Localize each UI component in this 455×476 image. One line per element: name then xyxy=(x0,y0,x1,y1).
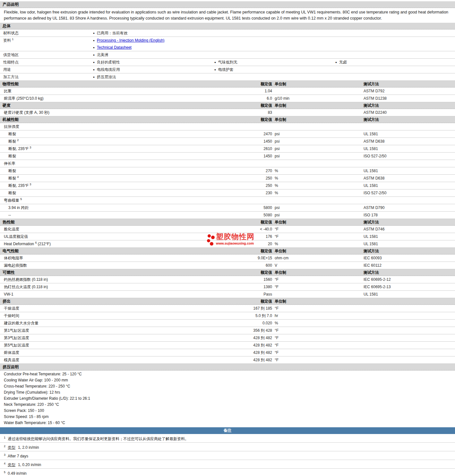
general-rows: 材料状态●已商用：当前有效资料 1●Processing - Injection… xyxy=(0,29,455,81)
note-superscript: 1 xyxy=(4,436,5,439)
row-label: 资料 1 xyxy=(0,37,90,51)
col-header-unit: 单位制 xyxy=(272,219,364,225)
property-method xyxy=(364,356,455,363)
property-label: 熔流率 (250°C/10.0 kg) xyxy=(0,95,234,102)
general-row: 材料状态●已商用：当前有效 xyxy=(0,29,455,37)
property-label: VW-1 xyxy=(0,291,234,298)
section-title: 电气性能 xyxy=(0,248,234,254)
property-label: 抗张强度 xyxy=(0,123,234,130)
superscript: 3 xyxy=(30,183,31,186)
section-header-extrusion-instructions: 挤压说明 xyxy=(0,364,455,371)
property-method: UL 1581 xyxy=(364,233,455,240)
property-row: 漏电起痕指数600VIEC 60112 xyxy=(0,262,455,269)
property-value: 1560 xyxy=(234,276,272,283)
property-value: 6.0 xyxy=(234,95,272,102)
note-row: 2类型1, 2.0 in/min xyxy=(0,443,455,451)
col-header-unit: 单位制 xyxy=(272,81,364,87)
bullet-icon: ● xyxy=(93,39,95,42)
bullet-text: 已商用：当前有效 xyxy=(97,31,128,35)
bullet-text: 无卤 xyxy=(339,60,347,64)
datasheet-link[interactable]: Processing - Injection Molding (English) xyxy=(97,38,165,43)
section-header: 电气性能额定值单位制测试方法 xyxy=(0,248,455,255)
property-label: 熔体温度 xyxy=(0,349,234,356)
property-method: ASTM D638 xyxy=(364,175,455,182)
property-label: -- xyxy=(0,212,234,219)
note-row: 50.49 in/min xyxy=(0,469,455,476)
property-method xyxy=(364,312,455,319)
property-row: 干燥温度167 到 185°F xyxy=(0,305,455,312)
col-header-value: 额定值 xyxy=(234,269,272,276)
section-title: 总体 xyxy=(0,23,234,29)
note-superscript: 2 xyxy=(4,445,5,448)
property-method xyxy=(364,349,455,356)
datasheet-link[interactable]: Technical Datasheet xyxy=(97,45,132,50)
property-method: ASTM D638 xyxy=(364,138,455,145)
property-row: 第3气缸区温度428 到 482°F xyxy=(0,334,455,342)
extrusion-note-line: Water Bath Temperature: 15 - 60 °C xyxy=(0,420,455,426)
property-row: 断裂230%ISO 527-2/50 xyxy=(0,189,455,197)
col-header-method: 测试方法 xyxy=(364,81,455,87)
section-header: 物理性能额定值单位制测试方法 xyxy=(0,81,455,88)
bullet-item: ●电缆护套 xyxy=(214,66,333,73)
property-method: UL 1581 xyxy=(364,240,455,247)
col-header-method: 测试方法 xyxy=(364,269,455,276)
extrusion-note-line: Conductor Pre-heat Temperature: 25 - 120… xyxy=(0,371,455,377)
bullet-item: ●良好的柔韧性 xyxy=(93,59,212,66)
col-header-value: 额定值 xyxy=(234,81,272,87)
property-label: 比重 xyxy=(0,88,234,95)
property-row: VW-1PassUL 1581 xyxy=(0,291,455,298)
general-row: 资料 1●Processing - Injection Molding (Eng… xyxy=(0,37,455,51)
property-label: 干燥时间 xyxy=(0,312,234,319)
bullet-item: ●电线电缆应用 xyxy=(93,66,212,73)
bullet-item: ●Technical Datasheet xyxy=(93,44,212,51)
property-method: ASTM D1238 xyxy=(364,95,455,102)
section-title: 可燃性 xyxy=(0,269,234,276)
note-row: 1通过这些链接您能够访问供应商资料。我们尽量保证及时更新资料；不过您可以从供应商… xyxy=(0,434,455,443)
note-link[interactable]: 类型 xyxy=(8,463,15,467)
bullet-cell: ●Processing - Injection Molding (English… xyxy=(90,37,212,51)
property-label: Heat Deformation 6 (212°F) xyxy=(0,240,234,247)
bullet-icon: ● xyxy=(93,32,95,35)
property-row: 灼热丝易燃指数 (0.118 in)1560°FIEC 60695-2-12 xyxy=(0,276,455,283)
col-header-value: 额定值 xyxy=(234,219,272,225)
col-header-method: 测试方法 xyxy=(364,219,455,225)
property-unit: °F xyxy=(272,276,364,283)
property-value: < -40.0 xyxy=(234,226,272,233)
product-description-text: Flexible, low odor, halogen free extrusi… xyxy=(0,8,455,23)
note-superscript: 5 xyxy=(4,471,5,474)
property-value: 9.0E+15 xyxy=(234,255,272,262)
bullet-icon: ● xyxy=(93,76,95,79)
superscript: 4 xyxy=(17,175,19,179)
property-method: ASTM D790 xyxy=(364,204,455,211)
property-method: UL 1581 xyxy=(364,182,455,189)
superscript: 6 xyxy=(35,241,37,244)
note-row: 3After 7 days xyxy=(0,451,455,460)
bullet-cell: ●电缆护套 xyxy=(212,66,333,73)
property-row: 建议的最大水分含量0.020% xyxy=(0,320,455,327)
property-method xyxy=(364,334,455,341)
property-value: 230 xyxy=(234,189,272,196)
extrusion-note-line: Drying Time (Cumulative): 12 hrs xyxy=(0,389,455,396)
property-row: 比重1.04ASTM D792 xyxy=(0,88,455,95)
section-title: 产品说明 xyxy=(0,1,234,8)
property-label: 断裂 4 xyxy=(0,175,234,182)
property-value: 167 到 185 xyxy=(234,305,272,312)
material-datasheet: 产品说明 Flexible, low odor, halogen free ex… xyxy=(0,0,455,476)
property-label: 热灯丝点火温度 (0.118 in) xyxy=(0,283,234,290)
note-link[interactable]: 类型 xyxy=(8,445,15,450)
property-row: 断裂 21450psiASTM D638 xyxy=(0,138,455,145)
property-value: 600 xyxy=(234,262,272,269)
col-header-value: 额定值 xyxy=(234,298,272,305)
section-title: 挤出 xyxy=(0,298,234,305)
col-header-unit: 单位制 xyxy=(272,298,364,305)
row-label: 材料状态 xyxy=(0,29,90,37)
property-value: Pass xyxy=(234,291,272,298)
row-label: 供货地区 xyxy=(0,51,90,58)
property-row: 伸长率 xyxy=(0,160,455,167)
row-label: 加工方法 xyxy=(0,73,90,80)
section-header-general: 总体 xyxy=(0,23,455,29)
property-row: 断裂1450psiISO 527-2/50 xyxy=(0,153,455,160)
property-method: UL 1581 xyxy=(364,145,455,152)
property-unit: °F xyxy=(272,283,364,290)
property-row: 断裂2470psiUL 1581 xyxy=(0,130,455,138)
